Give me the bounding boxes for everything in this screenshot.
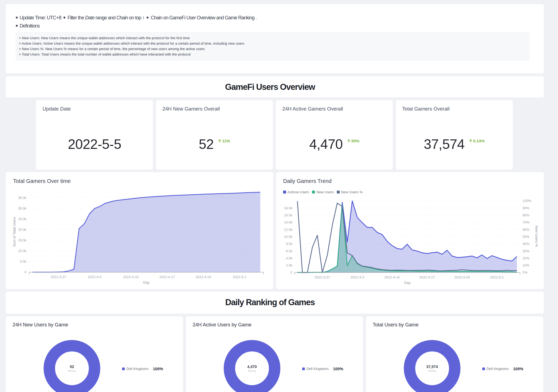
svg-text:2022-4-3: 2022-4-3 xyxy=(350,275,364,279)
svg-text:16.0k: 16.0k xyxy=(284,213,292,217)
svg-text:50%: 50% xyxy=(523,235,529,239)
svg-text:15.0k: 15.0k xyxy=(18,238,26,242)
svg-text:20.0k: 20.0k xyxy=(18,228,26,232)
svg-text:14.0k: 14.0k xyxy=(284,220,292,224)
svg-text:2022-4-24: 2022-4-24 xyxy=(196,275,211,279)
svg-text:30.0k: 30.0k xyxy=(18,207,26,210)
svg-text:90%: 90% xyxy=(523,206,529,210)
svg-text:0: 0 xyxy=(25,270,26,274)
svg-text:12.0k: 12.0k xyxy=(284,228,292,232)
svg-text:New Users %: New Users % xyxy=(535,226,539,247)
svg-text:2022-4-10: 2022-4-10 xyxy=(123,275,139,279)
svg-text:2.0k: 2.0k xyxy=(286,264,292,267)
svg-text:5.0k: 5.0k xyxy=(20,260,26,264)
svg-text:0: 0 xyxy=(290,271,292,274)
svg-text:25.0k: 25.0k xyxy=(18,217,26,221)
svg-text:70%: 70% xyxy=(523,220,529,224)
svg-text:35.0k: 35.0k xyxy=(18,196,26,200)
svg-text:2022-4-17: 2022-4-17 xyxy=(419,275,435,279)
svg-text:30%: 30% xyxy=(523,249,529,253)
svg-text:2022-3-27: 2022-3-27 xyxy=(315,275,330,279)
svg-text:20%: 20% xyxy=(523,256,529,260)
svg-text:4.0k: 4.0k xyxy=(286,256,292,260)
svg-text:2022-4-3: 2022-4-3 xyxy=(88,275,101,279)
svg-text:6.0k: 6.0k xyxy=(286,249,292,253)
svg-text:8.0k: 8.0k xyxy=(286,242,292,246)
svg-text:80%: 80% xyxy=(523,213,529,217)
svg-text:2022-4-17: 2022-4-17 xyxy=(159,275,175,279)
svg-text:2022-4-24: 2022-4-24 xyxy=(454,275,470,279)
svg-text:0%: 0% xyxy=(523,271,527,274)
svg-text:Sum of Total Users: Sum of Total Users xyxy=(12,217,16,247)
svg-text:100%: 100% xyxy=(523,199,531,203)
svg-text:2022-3-27: 2022-3-27 xyxy=(51,275,66,279)
svg-text:10.0k: 10.0k xyxy=(284,235,292,239)
svg-text:60%: 60% xyxy=(523,228,529,232)
svg-text:Day: Day xyxy=(404,281,411,285)
svg-text:10.0k: 10.0k xyxy=(18,249,26,253)
svg-text:2022-5-1: 2022-5-1 xyxy=(233,275,246,279)
svg-text:2022-4-10: 2022-4-10 xyxy=(384,275,400,279)
svg-text:40%: 40% xyxy=(523,242,529,246)
svg-text:Day: Day xyxy=(143,280,150,284)
svg-text:2022-5-1: 2022-5-1 xyxy=(490,275,504,279)
svg-text:18.0k: 18.0k xyxy=(284,206,292,210)
svg-text:10%: 10% xyxy=(523,264,529,267)
